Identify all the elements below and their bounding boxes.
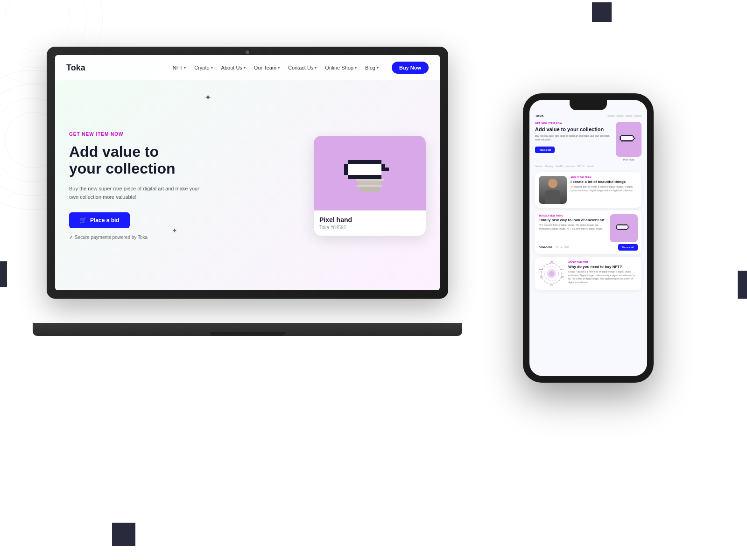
svg-rect-20 (344, 168, 348, 171)
circle-diagram: NFT VALUE ART SELL BUY RARE (539, 261, 564, 287)
laptop-body: Toka NFT ▾ Crypto ▾ About Us ▾ (47, 47, 448, 299)
nav-link-about[interactable]: About Us ▾ (221, 65, 246, 70)
phone-bid-button[interactable]: Place a bid (535, 147, 555, 153)
phone-nav-dots (607, 115, 641, 117)
svg-rect-64 (617, 226, 628, 227)
nav-link-contact[interactable]: Contact Us ▾ (288, 65, 317, 70)
svg-rect-63 (616, 226, 617, 227)
svg-rect-38 (359, 175, 363, 179)
brand-opensea: Oasling (545, 165, 553, 168)
svg-rect-37 (355, 175, 359, 179)
svg-rect-57 (633, 139, 634, 140)
laptop-screen: Toka NFT ▾ Crypto ▾ About Us ▾ (55, 55, 440, 290)
svg-rect-16 (366, 164, 370, 168)
phone-hero: GET NEW ITEM NOW Add value to your colle… (535, 122, 641, 161)
nav-dot-2 (616, 115, 624, 117)
phone-body: Toka GET NEW ITEM NOW Add value to your … (523, 93, 654, 383)
svg-rect-13 (355, 164, 359, 168)
phone-hero-text: GET NEW ITEM NOW Add value to your colle… (535, 122, 612, 153)
phone-screen: Toka GET NEW ITEM NOW Add value to your … (529, 100, 647, 376)
site-logo: Toka (66, 63, 85, 73)
hero-section: GET NEW ITEM NOW Add value toyour collec… (55, 80, 440, 290)
nav-buy-button[interactable]: Buy Now (392, 62, 429, 74)
phone-article-ancient-tag: TOTALLY NEW THING (539, 214, 606, 217)
phone-mockup: Toka GET NEW ITEM NOW Add value to your … (523, 93, 654, 383)
nav-link-crypto[interactable]: Crypto ▾ (194, 65, 212, 70)
svg-rect-2 (352, 160, 355, 164)
phone-hero-desc: Buy the new super rare piece of digital … (535, 134, 612, 141)
hero-tag: GET NEW ITEM NOW (69, 132, 286, 137)
bg-square-bottom-left (112, 523, 135, 546)
laptop-foot (210, 332, 285, 336)
phone-article-ancient-inner: TOTALLY NEW THING Totally new way to loo… (539, 214, 638, 242)
phone-why-section: NFT VALUE ART SELL BUY RARE ABOUT THE IT… (535, 257, 641, 290)
nav-link-nft[interactable]: NFT ▾ (173, 65, 186, 70)
svg-rect-10 (381, 164, 385, 168)
phone-article-ancient-image (610, 214, 638, 242)
cart-icon: 🛒 (79, 217, 86, 224)
nav-links: NFT ▾ Crypto ▾ About Us ▾ Our Team ▾ (173, 62, 429, 74)
phone-why-desc: Crypto Popular is a new form of digital … (568, 270, 638, 284)
svg-rect-1 (348, 160, 352, 164)
svg-rect-28 (359, 171, 363, 175)
brand-neocore: Neocore (566, 165, 575, 168)
nav-dot-3 (625, 115, 633, 117)
svg-rect-43 (378, 175, 381, 179)
nft-image (314, 136, 426, 210)
svg-rect-3 (355, 160, 359, 164)
hero-title: Add value toyour collection (69, 143, 286, 178)
chevron-icon: ▾ (355, 66, 357, 70)
phone-article-creator: ABOUT THE TEAM I create a lot of beautif… (535, 172, 641, 208)
phone-article-ancient-title: Totally new way to look at ancient art (539, 218, 606, 223)
svg-rect-29 (363, 171, 366, 175)
svg-rect-0 (344, 164, 348, 168)
brand-solana: Solana (535, 165, 543, 168)
nav-link-shop[interactable]: Online Shop ▾ (325, 65, 357, 70)
phone-pixel-hand (618, 130, 639, 149)
svg-rect-44 (356, 179, 384, 181)
place-bid-button[interactable]: 🛒 Place a bid (69, 212, 130, 228)
svg-rect-24 (344, 171, 348, 175)
svg-rect-47 (360, 187, 380, 192)
bg-square-right-edge (738, 271, 747, 299)
svg-rect-67 (617, 228, 627, 229)
phone-logo: Toka (535, 114, 543, 118)
svg-rect-5 (363, 160, 366, 164)
brand-axinfil: AxnFill (556, 165, 563, 168)
phone-why-text: ABOUT THE ITEM Why do you need to buy NF… (568, 261, 638, 284)
phone-article-bid-button[interactable]: Place a bid (618, 244, 638, 251)
phone-content: Toka GET NEW ITEM NOW Add value to your … (529, 100, 647, 376)
svg-rect-50 (633, 136, 634, 138)
svg-text:NFT: NFT (550, 261, 553, 263)
chevron-icon: ▾ (211, 66, 213, 70)
svg-rect-33 (378, 171, 381, 175)
svg-rect-55 (620, 139, 621, 140)
svg-rect-58 (621, 140, 633, 141)
person-head (548, 179, 557, 188)
chevron-icon: ▾ (278, 66, 280, 70)
svg-rect-41 (370, 175, 374, 179)
svg-rect-21 (348, 168, 352, 171)
phone-date: 01 Jan, 2022 (556, 246, 570, 249)
secure-text: Secure payments powered by Toka (69, 235, 286, 240)
phone-article-creator-desc: An ongoing plan to create a series of di… (571, 185, 638, 192)
svg-text:VALUE: VALUE (560, 269, 564, 271)
svg-rect-11 (348, 164, 352, 168)
svg-rect-51 (621, 136, 633, 138)
svg-rect-42 (374, 175, 378, 179)
svg-rect-39 (363, 175, 366, 179)
phone-why-title: Why do you need to buy NFT? (568, 265, 638, 269)
site-navigation: Toka NFT ▾ Crypto ▾ About Us ▾ (55, 55, 440, 80)
svg-rect-68 (627, 228, 628, 229)
svg-text:RARE: RARE (539, 269, 543, 271)
svg-rect-48 (620, 136, 621, 138)
svg-rect-65 (628, 226, 629, 227)
nav-link-blog[interactable]: Blog ▾ (365, 65, 379, 70)
phone-nft-thumb-container: Pixel hand (616, 122, 641, 161)
phone-article-creator-tag: ABOUT THE TEAM (571, 176, 638, 179)
sparkle-icon-2: ✦ (172, 227, 177, 234)
svg-rect-17 (370, 164, 374, 168)
nav-link-team[interactable]: Our Team ▾ (254, 65, 280, 70)
svg-rect-7 (370, 160, 374, 164)
chevron-icon: ▾ (244, 66, 246, 70)
